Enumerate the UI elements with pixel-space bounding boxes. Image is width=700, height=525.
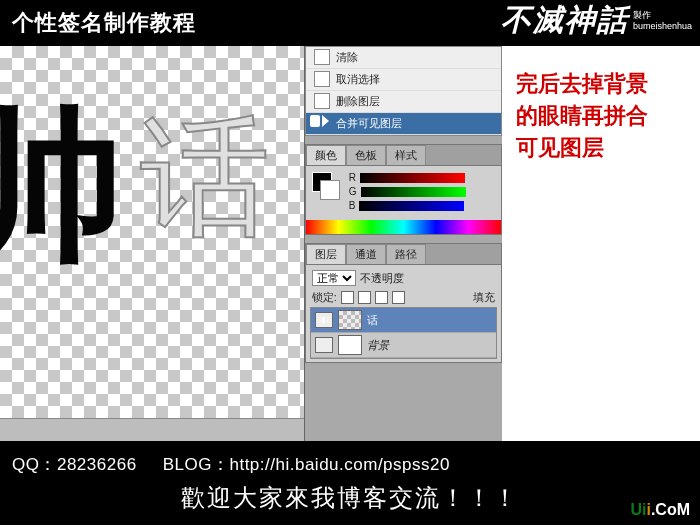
brand-sub1: 製作	[633, 10, 692, 21]
qq-value: 28236266	[57, 455, 137, 474]
channel-g-label: G	[349, 186, 357, 197]
arrow-icon	[322, 115, 329, 127]
brand-main: 不滅神話	[501, 0, 629, 41]
layers-panel-tabs: 图层 通道 路径	[306, 244, 502, 265]
fg-bg-swatches[interactable]	[312, 172, 340, 200]
menu-item-merge-visible[interactable]: 合并可见图层	[306, 113, 502, 135]
layer-name: 话	[367, 313, 378, 328]
menu-label: 清除	[336, 51, 358, 63]
menu-item-deselect[interactable]: 取消选择	[306, 69, 502, 91]
background-color[interactable]	[320, 180, 340, 200]
blend-mode-select[interactable]: 正常	[312, 270, 356, 286]
menu-label: 取消选择	[336, 73, 380, 85]
color-body: R G B	[306, 166, 502, 220]
brand-sub: 製作 bumeishenhua	[633, 10, 692, 32]
lock-transparent-icon[interactable]	[341, 291, 354, 304]
lock-label: 锁定:	[312, 290, 337, 305]
layer-name: 背景	[367, 338, 389, 353]
layer-item[interactable]: 👁 话	[311, 308, 497, 333]
visibility-eye-icon[interactable]	[315, 337, 333, 353]
canvas-scrollbar[interactable]	[0, 418, 304, 441]
layers-panel: 图层 通道 路径 正常 不透明度 锁定: 填充	[305, 243, 503, 363]
side-panels: 清除 取消选择 删除图层 合并可见图层 颜色 色板 样式 R G B	[304, 46, 503, 441]
channel-b-label: B	[349, 200, 356, 211]
tutorial-title: 个性签名制作教程	[12, 8, 196, 38]
layer-list: 👁 话 背景	[310, 307, 498, 359]
tab-swatches[interactable]: 色板	[346, 145, 386, 165]
menu-icon	[314, 49, 330, 65]
menu-label: 合并可见图层	[336, 117, 402, 129]
photoshop-canvas[interactable]: 帅 话	[0, 46, 304, 441]
tab-styles[interactable]: 样式	[386, 145, 426, 165]
color-panel-tabs: 颜色 色板 样式	[306, 145, 502, 166]
canvas-glyph-2: 话	[140, 91, 270, 267]
menu-icon	[314, 71, 330, 87]
visibility-eye-icon[interactable]: 👁	[315, 312, 333, 328]
watermark: Uii.CoM	[630, 501, 690, 519]
context-menu: 清除 取消选择 删除图层 合并可见图层	[305, 46, 503, 136]
blog-url: http://hi.baidu.com/pspss20	[229, 455, 449, 474]
slider-g[interactable]	[361, 187, 466, 197]
tab-layers[interactable]: 图层	[306, 244, 346, 264]
menu-icon	[314, 93, 330, 109]
opacity-label: 不透明度	[360, 271, 404, 286]
layer-thumb	[338, 335, 362, 355]
menu-item-clear[interactable]: 清除	[306, 47, 502, 69]
instr-line3: 可见图层	[516, 135, 604, 160]
rgb-sliders: R G B	[349, 172, 466, 214]
layer-item[interactable]: 背景	[311, 333, 497, 358]
blog-label: BLOG：	[163, 455, 230, 474]
bottom-banner: QQ：28236266 BLOG：http://hi.baidu.com/psp…	[0, 441, 700, 525]
lock-all-icon[interactable]	[392, 291, 405, 304]
layer-thumb	[338, 310, 362, 330]
menu-label: 删除图层	[336, 95, 380, 107]
contact-line: QQ：28236266 BLOG：http://hi.baidu.com/psp…	[0, 441, 700, 476]
wm-rest: .CoM	[651, 501, 690, 518]
tab-channels[interactable]: 通道	[346, 244, 386, 264]
slider-r[interactable]	[360, 173, 465, 183]
fill-label: 填充	[473, 290, 495, 305]
main-content: 帅 话 清除 取消选择 删除图层 合并可见图层 颜色 色板 样式 R	[0, 46, 700, 441]
instr-line2: 的眼睛再拼合	[516, 103, 648, 128]
color-spectrum[interactable]	[306, 220, 502, 234]
page-icon	[310, 115, 320, 127]
slider-b[interactable]	[359, 201, 464, 211]
color-panel: 颜色 色板 样式 R G B	[305, 144, 503, 235]
menu-item-delete-layer[interactable]: 删除图层	[306, 91, 502, 113]
channel-r-label: R	[349, 172, 356, 183]
brand: 不滅神話 製作 bumeishenhua	[501, 0, 692, 41]
brand-sub2: bumeishenhua	[633, 21, 692, 32]
lock-image-icon[interactable]	[358, 291, 371, 304]
qq-label: QQ：	[12, 455, 57, 474]
instr-line1: 完后去掉背景	[516, 71, 648, 96]
instruction-panel: 完后去掉背景 的眼睛再拼合 可见图层	[502, 46, 700, 441]
canvas-glyph-1: 帅	[0, 76, 125, 299]
layers-body: 正常 不透明度 锁定: 填充 👁 话	[306, 265, 502, 362]
wm-u: Ui	[630, 501, 646, 518]
welcome-line: 歡迎大家來我博客交流！！！	[0, 482, 700, 514]
instruction-text: 完后去掉背景 的眼睛再拼合 可见图层	[516, 68, 690, 164]
tab-color[interactable]: 颜色	[306, 145, 346, 165]
lock-position-icon[interactable]	[375, 291, 388, 304]
top-banner: 个性签名制作教程 不滅神話 製作 bumeishenhua	[0, 0, 700, 46]
tab-paths[interactable]: 路径	[386, 244, 426, 264]
